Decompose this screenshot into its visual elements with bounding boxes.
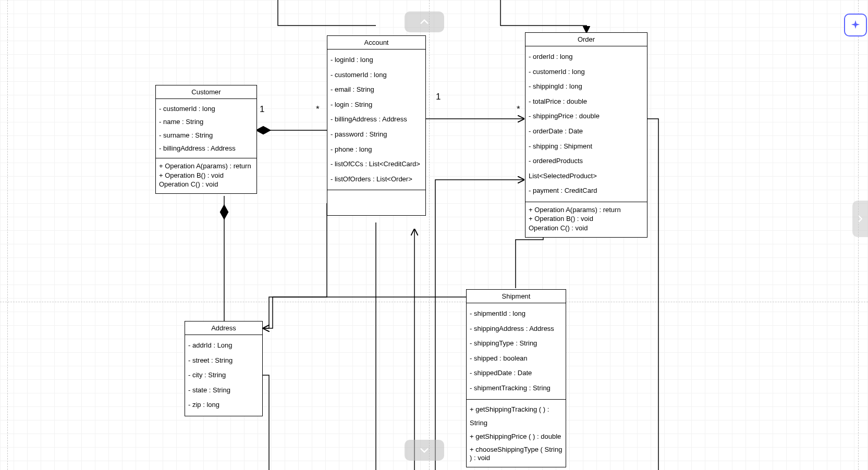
attr-row: - email : String	[331, 82, 422, 97]
op-row: Operation C() : void	[159, 180, 253, 189]
attr-row: - customerId : long	[331, 68, 422, 83]
chevron-up-icon	[419, 16, 430, 28]
attr-row: - password : String	[331, 127, 422, 142]
op-row: + Operation B() : void	[159, 171, 253, 180]
attr-row: - shippingId : long	[529, 79, 644, 94]
vertical-guide-center	[429, 0, 430, 470]
attr-row: - city : String	[188, 368, 259, 383]
chevron-right-icon	[855, 214, 865, 224]
class-address[interactable]: Address - addrId : Long - street : Strin…	[185, 321, 263, 416]
class-account-ops	[327, 190, 425, 215]
attr-row: - totalPrice : double	[529, 94, 644, 109]
class-account-attrs: - loginId : long - customerId : long - e…	[327, 50, 425, 190]
ai-assist-button[interactable]	[844, 14, 867, 36]
class-customer-name: Customer	[156, 85, 256, 99]
op-row: + getShippingTracking ( ) : String	[470, 403, 563, 430]
op-row: + Operation A(params) : return	[159, 162, 253, 171]
attr-row: - billingAddress : Address	[159, 142, 253, 155]
attr-row: - surname : String	[159, 129, 253, 142]
attr-row: - orderDate : Date	[529, 124, 644, 139]
attr-row: - customerId : long	[159, 102, 253, 115]
attr-row: - shipped : boolean	[470, 351, 563, 366]
multiplicity-order-star: *	[517, 104, 520, 115]
diagram-canvas[interactable]: 1 * 1 * Customer - customerId : long - n…	[0, 0, 868, 470]
attr-row: - shipmentId : long	[470, 306, 563, 321]
attr-row: - name : String	[159, 115, 253, 128]
attr-row: - login : String	[331, 97, 422, 113]
attr-row: - orderedProducts List<SelectedProduct>	[529, 154, 644, 183]
op-row: Operation C() : void	[529, 224, 644, 233]
class-order[interactable]: Order - orderId : long - customerId : lo…	[525, 32, 647, 238]
op-row: + Operation B() : void	[529, 214, 644, 224]
class-shipment-name: Shipment	[467, 290, 566, 303]
attr-row: - shippingPrice : double	[529, 109, 644, 124]
sparkle-icon	[850, 19, 861, 31]
class-shipment-ops: + getShippingTracking ( ) : String + get…	[467, 399, 566, 467]
attr-row: - payment : CreditCard	[529, 183, 644, 199]
class-shipment[interactable]: Shipment - shipmentId : long - shippingA…	[466, 289, 566, 467]
class-order-attrs: - orderId : long - customerId : long - s…	[525, 46, 647, 202]
class-order-name: Order	[525, 33, 647, 46]
attr-row: - addrId : Long	[188, 338, 259, 353]
chevron-down-icon	[419, 444, 430, 456]
class-customer-attrs: - customerId : long - name : String - su…	[156, 99, 256, 158]
pan-up-button[interactable]	[405, 11, 444, 32]
pan-down-button[interactable]	[405, 440, 444, 461]
multiplicity-account-star: *	[316, 104, 320, 115]
attr-row: - shippingType : String	[470, 336, 563, 351]
class-address-name: Address	[185, 321, 262, 335]
attr-row: - customerId : long	[529, 65, 644, 80]
class-customer-ops: + Operation A(params) : return + Operati…	[156, 158, 256, 193]
attr-row: - street : String	[188, 353, 259, 368]
multiplicity-account-1: 1	[436, 92, 441, 102]
class-shipment-attrs: - shipmentId : long - shippingAddress : …	[467, 303, 566, 399]
attr-row: - state : String	[188, 383, 259, 398]
attr-row: - shipmentTracking : String	[470, 381, 563, 396]
class-account[interactable]: Account - loginId : long - customerId : …	[327, 35, 426, 216]
class-address-attrs: - addrId : Long - street : String - city…	[185, 335, 262, 416]
attr-row: - phone : long	[331, 142, 422, 157]
attr-row: - orderId : long	[529, 50, 644, 65]
connector-layer	[0, 0, 868, 470]
attr-row: - shippingAddress : Address	[470, 321, 563, 337]
multiplicity-customer-1: 1	[260, 104, 264, 115]
class-order-ops: + Operation A(params) : return + Operati…	[525, 202, 647, 237]
attr-row: - shippedDate : Date	[470, 366, 563, 381]
attr-row: - loginId : long	[331, 53, 422, 68]
attr-row: - billingAddress : Address	[331, 112, 422, 127]
vertical-guide-left	[7, 0, 8, 470]
attr-row: - zip : long	[188, 398, 259, 413]
pan-right-button[interactable]	[852, 201, 868, 237]
op-row: + chooseShippingType ( String ) : void	[470, 443, 563, 463]
class-customer[interactable]: Customer - customerId : long - name : St…	[155, 85, 257, 194]
attr-row: - listOfOrders : List<Order>	[331, 172, 422, 187]
attr-row: - shipping : Shipment	[529, 139, 644, 154]
class-account-name: Account	[327, 36, 425, 50]
op-row: + Operation A(params) : return	[529, 205, 644, 215]
horizontal-guide	[0, 302, 868, 302]
op-row: + getShippingPrice ( ) : double	[470, 430, 563, 443]
attr-row: - listOfCCs : List<CreditCard>	[331, 157, 422, 172]
